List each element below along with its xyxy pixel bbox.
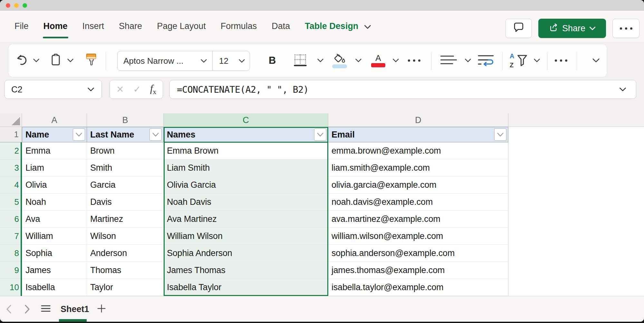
cell-C7[interactable]: William Wilson: [164, 228, 328, 245]
row-header-1[interactable]: 1: [0, 127, 22, 142]
alignment-dropdown[interactable]: [465, 59, 471, 63]
format-painter-button[interactable]: [85, 52, 97, 69]
filter-button-email[interactable]: [494, 128, 506, 141]
undo-button[interactable]: [15, 53, 28, 68]
column-header-D[interactable]: D: [328, 113, 508, 127]
cell-B4[interactable]: Garcia: [87, 176, 164, 194]
cell-D9[interactable]: james.thomas@example.com: [328, 262, 508, 279]
close-window-button[interactable]: [6, 3, 10, 8]
cell-C6[interactable]: Ava Martinez: [164, 211, 328, 228]
minimize-window-button[interactable]: [14, 3, 19, 8]
more-font-options-button[interactable]: [408, 60, 420, 62]
previous-sheet-button[interactable]: [5, 304, 12, 314]
add-sheet-button[interactable]: [97, 304, 106, 315]
header-cell-A1[interactable]: Name: [22, 127, 87, 142]
tab-table-design[interactable]: Table Design: [305, 11, 358, 42]
header-cell-D1[interactable]: Email: [328, 127, 508, 142]
cell-C10[interactable]: Isabella Taylor: [164, 279, 328, 296]
cell-A6[interactable]: Ava: [22, 211, 87, 228]
borders-dropdown[interactable]: [317, 59, 324, 63]
filter-button-name[interactable]: [73, 128, 85, 141]
row-header-8[interactable]: 8: [0, 245, 22, 262]
cell-B3[interactable]: Smith: [87, 159, 164, 176]
tab-insert[interactable]: Insert: [82, 11, 104, 42]
cell-C9[interactable]: James Thomas: [164, 262, 328, 279]
row-header-5[interactable]: 5: [0, 194, 22, 211]
cell-A4[interactable]: Olivia: [22, 176, 87, 194]
cell-B8[interactable]: Anderson: [87, 245, 164, 262]
paste-dropdown[interactable]: [67, 59, 74, 63]
cell-D10[interactable]: isabella.taylor@example.com: [328, 279, 508, 296]
undo-dropdown[interactable]: [33, 59, 40, 63]
cell-A8[interactable]: Sophia: [22, 245, 87, 262]
tab-data[interactable]: Data: [272, 11, 290, 42]
row-header-7[interactable]: 7: [0, 228, 22, 245]
tab-formulas[interactable]: Formulas: [221, 11, 257, 42]
cell-C5[interactable]: Noah Davis: [164, 194, 328, 211]
select-all-corner[interactable]: [0, 113, 22, 127]
cell-A3[interactable]: Liam: [22, 159, 87, 176]
enter-icon[interactable]: ✓: [133, 84, 140, 95]
more-options-button[interactable]: [612, 19, 639, 38]
cell-D6[interactable]: ava.martinez@example.com: [328, 211, 508, 228]
cell-C4[interactable]: Olivia Garcia: [164, 176, 328, 194]
cell-D2[interactable]: emma.brown@example.com: [328, 142, 508, 159]
insert-function-icon[interactable]: fx: [150, 83, 156, 96]
cell-A2[interactable]: Emma: [22, 142, 87, 159]
font-name-combobox[interactable]: Aptos Narrow ...: [118, 51, 212, 71]
font-size-combobox[interactable]: 12: [213, 51, 250, 71]
row-header-6[interactable]: 6: [0, 211, 22, 228]
zoom-window-button[interactable]: [23, 3, 27, 8]
tab-share[interactable]: Share: [119, 11, 142, 42]
cell-B10[interactable]: Taylor: [87, 279, 164, 296]
cell-A10[interactable]: Isabella: [22, 279, 87, 296]
cancel-icon[interactable]: ✕: [116, 84, 124, 95]
cell-B9[interactable]: Thomas: [87, 262, 164, 279]
cell-D4[interactable]: olivia.garcia@example.com: [328, 176, 508, 194]
sort-filter-dropdown[interactable]: [533, 59, 540, 63]
cell-B2[interactable]: Brown: [87, 142, 164, 159]
filter-button-last-name[interactable]: [149, 128, 162, 141]
cell-D7[interactable]: william.wilson@example.com: [328, 228, 508, 245]
cell-C2[interactable]: Emma Brown: [164, 142, 328, 159]
font-color-button[interactable]: A: [371, 54, 385, 67]
cell-C8[interactable]: Sophia Anderson: [164, 245, 328, 262]
comments-button[interactable]: [505, 19, 532, 38]
cell-C3[interactable]: Liam Smith: [164, 159, 328, 176]
next-sheet-button[interactable]: [24, 304, 31, 314]
column-header-C[interactable]: C: [164, 113, 328, 127]
cell-D5[interactable]: noah.davis@example.com: [328, 194, 508, 211]
cell-A7[interactable]: William: [22, 228, 87, 245]
tab-page-layout[interactable]: Page Layout: [157, 11, 206, 42]
sort-filter-button[interactable]: A Z: [510, 53, 528, 68]
more-ribbon-commands-button[interactable]: [555, 60, 567, 62]
filter-button-names[interactable]: [314, 128, 326, 141]
row-header-2[interactable]: 2: [0, 142, 22, 159]
header-cell-C1[interactable]: Names: [164, 127, 328, 142]
row-header-4[interactable]: 4: [0, 176, 22, 194]
font-color-dropdown[interactable]: [392, 59, 399, 63]
borders-button[interactable]: [293, 53, 307, 68]
formula-bar[interactable]: =CONCATENATE(A2, " ", B2): [169, 80, 636, 99]
share-button[interactable]: Share: [538, 19, 606, 38]
collapse-ribbon-button[interactable]: [592, 58, 600, 63]
tab-home[interactable]: Home: [43, 11, 68, 42]
column-header-B[interactable]: B: [87, 113, 164, 127]
fill-color-button[interactable]: [332, 53, 347, 68]
fill-color-dropdown[interactable]: [355, 59, 362, 63]
name-box[interactable]: C2: [5, 80, 102, 99]
sheet-tab-sheet1[interactable]: Sheet1: [61, 304, 89, 314]
cell-B6[interactable]: Martinez: [87, 211, 164, 228]
cell-D8[interactable]: sophia.anderson@example.com: [328, 245, 508, 262]
cell-B7[interactable]: Wilson: [87, 228, 164, 245]
bold-button[interactable]: B: [269, 55, 276, 66]
tab-file[interactable]: File: [14, 11, 29, 42]
cell-A5[interactable]: Noah: [22, 194, 87, 211]
chevron-down-icon[interactable]: [364, 25, 371, 29]
header-cell-B1[interactable]: Last Name: [87, 127, 164, 142]
column-header-A[interactable]: A: [22, 113, 87, 127]
row-header-3[interactable]: 3: [0, 159, 22, 176]
sheet-list-button[interactable]: [41, 305, 51, 314]
row-header-10[interactable]: 10: [0, 279, 22, 296]
wrap-text-button[interactable]: [477, 54, 494, 67]
